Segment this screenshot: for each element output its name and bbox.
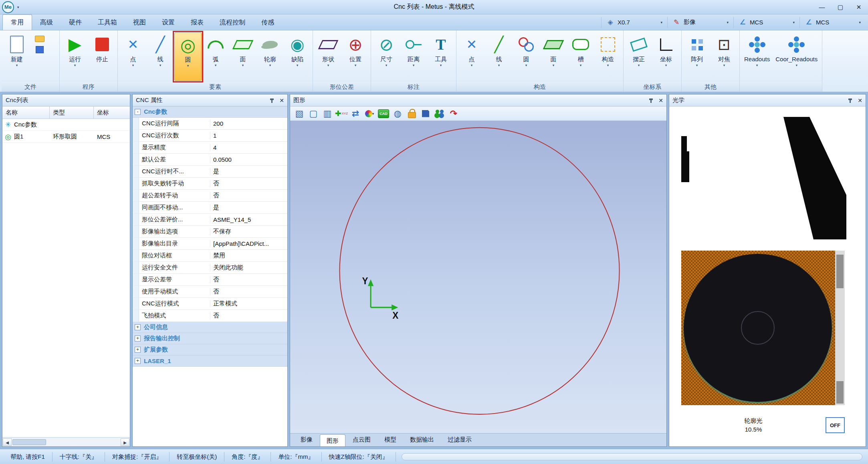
graphics-tab[interactable]: 模型 — [378, 434, 403, 446]
chevron-down-icon[interactable]: ▾ — [727, 20, 729, 24]
ribbon-button[interactable]: 工具 ▾ — [428, 32, 454, 81]
chevron-down-icon[interactable]: ▾ — [859, 20, 861, 24]
combo-box[interactable]: MCS ▾ — [733, 17, 799, 28]
graphics-tab[interactable]: 图形 — [320, 434, 345, 446]
expand-icon[interactable]: + — [135, 335, 141, 341]
status-item[interactable]: 单位:『mm』 — [271, 452, 321, 462]
prop-row[interactable]: 显示精度 4 — [133, 142, 287, 154]
prop-value[interactable]: 不保存 — [210, 228, 287, 235]
scrollbar-thumb[interactable] — [836, 381, 844, 404]
horizontal-scrollbar[interactable]: ◀ ▶ — [2, 437, 130, 446]
collapse-icon[interactable]: - — [135, 109, 141, 115]
scrollbar-thumb[interactable] — [836, 255, 844, 288]
ribbon-button[interactable]: ▾ — [31, 32, 57, 81]
pin-icon[interactable] — [269, 98, 275, 103]
prop-value[interactable]: 禁用 — [210, 252, 287, 259]
prop-row[interactable]: CNC运行间隔 200 — [133, 118, 287, 130]
prop-row[interactable]: 默认公差 0.0500 — [133, 154, 287, 166]
ribbon-button[interactable]: 运行 ▾ — [62, 32, 88, 81]
ribbon-button[interactable]: 摆正 ▾ — [626, 32, 652, 81]
drawing-canvas[interactable]: Y X — [290, 121, 666, 433]
list-item[interactable]: Cnc参数 — [2, 119, 130, 131]
prop-group-header[interactable]: + 报告输出控制 — [133, 333, 287, 344]
save-view-icon[interactable] — [420, 108, 432, 119]
ribbon-button[interactable]: 新建 ▾ — [4, 32, 30, 81]
scroll-right-icon[interactable]: ▶ — [121, 438, 129, 446]
ribbon-button[interactable]: 线 ▾ — [147, 32, 174, 81]
ribbon-button[interactable]: 点 ▾ — [120, 32, 146, 81]
expand-icon[interactable]: + — [135, 324, 141, 330]
graphics-tab[interactable]: 数据输出 — [404, 434, 440, 446]
prop-row[interactable]: 飞拍模式 否 — [133, 310, 287, 322]
status-item[interactable]: 转至极坐标(关) — [170, 452, 224, 462]
view-sphere-icon[interactable] — [392, 108, 404, 119]
quick-access-caret-icon[interactable]: ▾ — [17, 5, 19, 9]
status-item[interactable]: 十字线:『关』 — [52, 452, 105, 462]
graphics-tab[interactable]: 影像 — [294, 434, 319, 446]
lock-view-icon[interactable] — [406, 108, 418, 119]
prop-row[interactable]: 形位公差评价... ASME_Y14_5 — [133, 214, 287, 226]
prop-row[interactable]: 使用手动模式 否 — [133, 286, 287, 298]
ribbon-tab[interactable]: 传感 — [253, 15, 282, 30]
prop-group-header[interactable]: - Cnc参数 — [133, 106, 287, 118]
ribbon-tab[interactable]: 硬件 — [61, 15, 90, 30]
expand-icon[interactable]: + — [135, 347, 141, 353]
prop-row[interactable]: CNC运行模式 正常模式 — [133, 298, 287, 310]
prop-value[interactable]: 否 — [210, 276, 287, 283]
pin-icon[interactable] — [648, 98, 654, 103]
color-picker-icon[interactable] — [363, 108, 375, 119]
view-layout-icon[interactable] — [321, 108, 333, 119]
column-header[interactable]: 坐标 — [94, 106, 130, 119]
prop-value[interactable]: ASME_Y14_5 — [210, 216, 287, 223]
prop-value[interactable]: 否 — [210, 192, 287, 199]
ribbon-button[interactable]: 构造 ▾ — [595, 32, 621, 81]
ribbon-button[interactable]: 点 ▾ — [458, 32, 485, 81]
ribbon-tab[interactable]: 高级 — [32, 15, 61, 30]
vertical-scrollbar[interactable] — [835, 251, 845, 405]
prop-value[interactable]: 0.0500 — [210, 156, 287, 163]
prop-row[interactable]: 同画面不移动... 是 — [133, 202, 287, 214]
ribbon-button[interactable]: 对焦 ▾ — [711, 32, 737, 81]
prop-value[interactable]: [AppPath]\CADPict... — [210, 240, 287, 247]
pin-icon[interactable] — [848, 98, 853, 103]
combo-box[interactable]: X0.7 ▾ — [601, 17, 667, 28]
column-header[interactable]: 名称 — [2, 106, 50, 119]
ribbon-button[interactable]: 圆 ▾ — [174, 32, 202, 81]
prop-row[interactable]: 限位对话框 禁用 — [133, 250, 287, 262]
close-icon[interactable]: ✕ — [658, 98, 663, 103]
column-header[interactable]: 类型 — [50, 106, 94, 119]
chevron-down-icon[interactable]: ▾ — [660, 20, 662, 24]
zoom-window-icon[interactable] — [307, 108, 319, 119]
ribbon-button[interactable]: 线 ▾ — [486, 32, 512, 81]
prop-value[interactable]: 否 — [210, 180, 287, 187]
ribbon-tab[interactable]: 设置 — [154, 15, 183, 30]
ribbon-button[interactable]: Readouts ▾ — [742, 32, 772, 81]
ribbon-tab[interactable]: 报表 — [183, 15, 212, 30]
maximize-button[interactable]: ▢ — [831, 1, 850, 13]
cad-toggle-icon[interactable] — [377, 108, 390, 119]
ribbon-button[interactable]: 面 ▾ — [230, 32, 256, 81]
ribbon-button[interactable]: 停止 ▾ — [89, 32, 115, 81]
share-view-icon[interactable] — [434, 108, 446, 119]
ribbon-tab[interactable]: 流程控制 — [212, 15, 253, 30]
scroll-left-icon[interactable]: ◀ — [3, 438, 12, 446]
prop-value[interactable]: 否 — [210, 312, 287, 319]
ribbon-button[interactable]: 阵列 ▾ — [684, 32, 710, 81]
combo-box[interactable]: MCS ▾ — [799, 17, 866, 28]
prop-row[interactable]: 运行安全文件 关闭此功能 — [133, 262, 287, 274]
chevron-down-icon[interactable]: ▾ — [793, 20, 795, 24]
combo-box[interactable]: 影像 ▾ — [667, 17, 733, 28]
prop-group-header[interactable]: + 公司信息 — [133, 322, 287, 333]
close-icon[interactable]: ✕ — [279, 98, 284, 103]
flip-view-icon[interactable] — [349, 108, 361, 119]
prop-value[interactable]: 否 — [210, 288, 287, 295]
prop-value[interactable]: 4 — [210, 144, 287, 151]
add-xyz-icon[interactable] — [335, 108, 347, 119]
prop-value[interactable]: 1 — [210, 132, 287, 139]
ribbon-tab[interactable]: 视图 — [125, 15, 154, 30]
prop-value[interactable]: 关闭此功能 — [210, 264, 287, 271]
ribbon-button[interactable]: 坐标 ▾ — [653, 32, 679, 81]
graphics-tab[interactable]: 点云图 — [346, 434, 377, 446]
light-off-button[interactable]: OFF — [826, 417, 845, 433]
expand-icon[interactable]: + — [135, 358, 141, 364]
